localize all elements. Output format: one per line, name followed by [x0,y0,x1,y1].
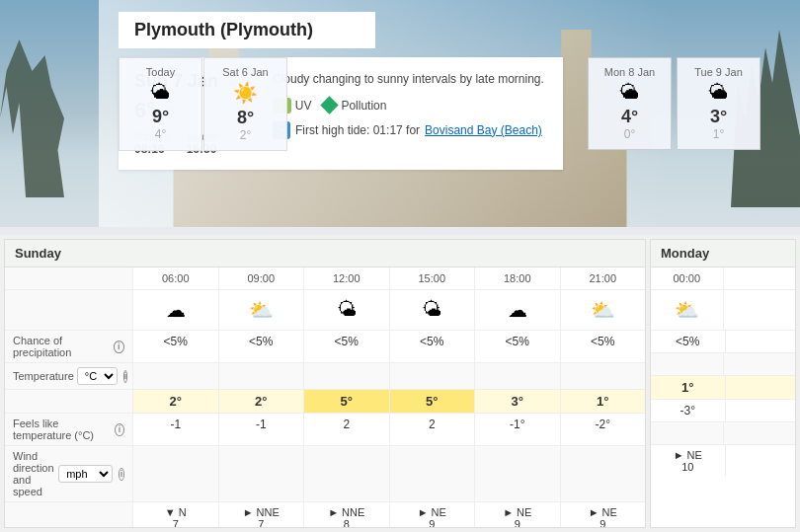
precip-4: <5% [475,331,561,362]
precip-2: <5% [304,331,390,362]
precip-3: <5% [390,331,476,362]
today-low: 4° [131,127,190,141]
precip-5: <5% [561,331,646,362]
sat-low: 2° [216,128,275,142]
mon-side-card[interactable]: Mon 8 Jan 🌥 4° 0° [588,57,672,150]
icon-cell-1: ⛅ [219,290,305,330]
mon-wind-0: ► NE 10 [651,445,726,477]
precip-1: <5% [219,331,305,362]
tue-high: 3° [687,107,750,127]
icon-cell-5: ⛅ [561,290,646,330]
feels-val-2: 2 [304,414,390,445]
icons-label-cell [5,290,133,330]
tue-low: 1° [687,127,750,141]
mon-icon-0: ⛅ [651,290,724,330]
icon-cell-2: 🌤 [304,290,390,330]
feels-val-1: -1 [219,414,305,445]
time-0600: 06:00 [133,267,219,289]
wind-values-label [5,502,133,528]
precip-row: Chance of precipitation i <5% <5% <5% <5… [5,331,645,363]
tide-row: ~ First high tide: 01:17 for Bovisand Ba… [273,121,547,139]
mon-feels-row: -3° [651,400,795,422]
sat-mini-card[interactable]: Sat 6 Jan ☀️ 8° 2° [203,57,287,151]
mon-time-placeholder [724,267,796,289]
pollution-label: Pollution [341,99,386,113]
feels-info-icon[interactable]: i [115,423,124,436]
times-row: 06:00 09:00 12:00 15:00 18:00 21:00 [5,267,645,290]
location-title: Plymouth (Plymouth) [119,12,375,48]
wind-val-1: ► NNE 7 [219,502,305,528]
today-mini-card[interactable]: Today 🌥 9° 4° [119,57,202,151]
temperature-unit-select[interactable]: °C °F [77,367,118,385]
time-1800: 18:00 [475,267,561,289]
wind-values-row: ▼ N 7 ► NNE 7 ► NNE 8 ► NE 9 ► NE 9 ► NE… [5,502,645,528]
mon-times-row: 00:00 [651,267,795,290]
precip-info-icon[interactable]: i [114,341,124,353]
tide-text: First high tide: 01:17 for [295,123,420,137]
wind-val-3: ► NE 9 [390,502,476,528]
feels-val-0: -1 [133,414,219,445]
time-1200: 12:00 [304,267,390,289]
mon-low: 0° [599,127,661,141]
today-label: Today [131,66,190,78]
pollution-diamond-icon [321,97,339,114]
icon-cell-0: ☁ [133,290,219,330]
feels-like-label: Feels like temperature (°C) i [5,414,133,445]
mon-temp-0: 1° [651,376,726,399]
temp-values-row: 2° 2° 5° 5° 3° 1° [5,390,645,414]
sat-label: Sat 6 Jan [216,66,275,78]
icon-cell-4: ☁ [475,290,561,330]
wind-val-0: ▼ N 7 [133,502,219,528]
time-2100: 21:00 [561,267,646,289]
feels-val-4: -1° [475,414,561,445]
mon-feels-0: -3° [651,400,726,421]
icon-cell-3: 🌤 [390,290,476,330]
sunday-forecast-table: Sunday 06:00 09:00 12:00 15:00 18:00 21:… [4,239,646,528]
badges-row: L UV Pollution [273,98,547,114]
temp-info-icon[interactable]: i [123,370,128,383]
weather-description: Cloudy changing to sunny intervals by la… [273,71,547,88]
tue-side-card[interactable]: Tue 9 Jan 🌥 3° 1° [677,57,760,150]
time-0900: 09:00 [219,267,305,289]
sunday-header: Sunday [5,240,645,267]
featured-day-right: Cloudy changing to sunny intervals by la… [273,71,547,156]
mon-wind-row: ► NE 10 [651,445,795,477]
tide-link[interactable]: Bovisand Bay (Beach) [425,123,542,137]
wind-unit-select[interactable]: mph km/h knots [58,465,113,483]
pollution-badge: Pollution [323,99,386,113]
icons-row: ☁ ⛅ 🌤 🌤 ☁ ⛅ [5,290,645,331]
temp-label-row: Temperature °C °F i [5,363,645,390]
forecast-area: Sunday 06:00 09:00 12:00 15:00 18:00 21:… [0,235,800,532]
feels-val-5: -2° [561,414,646,445]
today-high: 9° [131,107,190,127]
mon-precip-0: <5% [651,331,726,352]
wind-label-cell: Wind direction and speed mph km/h knots … [5,446,133,501]
temp-label-cell: Temperature °C °F i [5,363,133,389]
tue-label: Tue 9 Jan [687,66,750,78]
mini-day-cards: Today 🌥 9° 4° Sat 6 Jan ☀️ 8° 2° [119,57,287,151]
temp-val-5: 1° [561,390,646,413]
temp-val-3: 5° [390,390,476,413]
mon-temp-value-row: 1° [651,376,795,400]
feels-val-3: 2 [390,414,476,445]
feels-like-row: Feels like temperature (°C) i -1 -1 2 2 … [5,414,645,446]
precip-0: <5% [133,331,219,362]
mon-icons-row: ⛅ [651,290,795,331]
mon-time-0000: 00:00 [651,267,724,289]
mon-icon: 🌥 [599,81,661,104]
mon-label: Mon 8 Jan [599,66,661,78]
wind-val-2: ► NNE 8 [304,502,390,528]
mon-precip-row: <5% [651,331,795,353]
sat-icon: ☀️ [216,81,275,105]
sat-high: 8° [216,108,275,128]
mon-temp-label-row [651,353,795,376]
uv-label: UV [295,99,312,113]
temp-val-0: 2° [133,390,219,413]
mon-wind-label-row [651,422,795,445]
monday-forecast-table: Monday 00:00 ⛅ <5% 1° -3° [650,239,796,528]
wind-val-4: ► NE 9 [475,502,561,528]
tue-icon: 🌥 [687,81,750,104]
mon-high: 4° [599,107,661,127]
time-1500: 15:00 [390,267,476,289]
wind-info-icon[interactable]: i [119,468,124,481]
